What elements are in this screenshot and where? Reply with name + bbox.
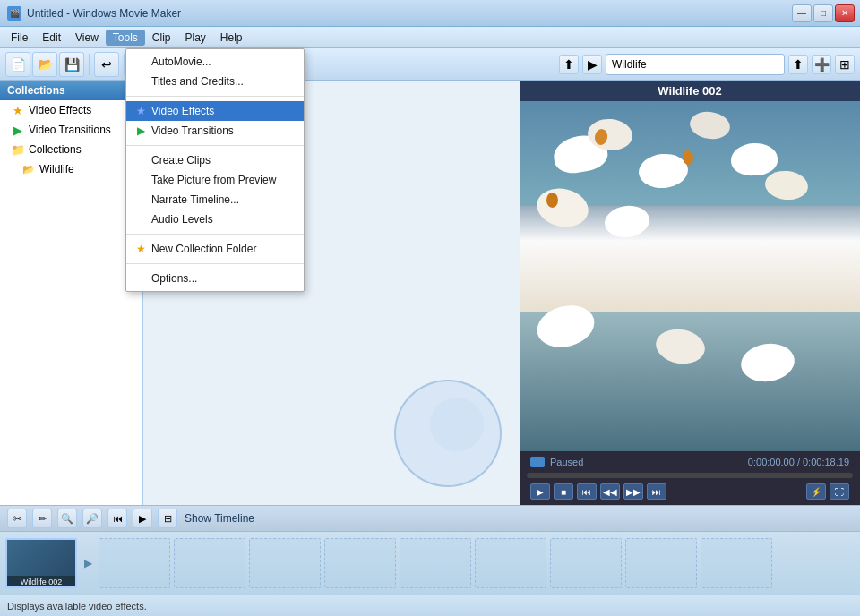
menu-section-2: ★ Video Effects ▶ Video Transitions xyxy=(126,98,304,143)
menu-tools[interactable]: Tools xyxy=(106,30,145,46)
new-collection-icon: ★ xyxy=(133,242,148,256)
menu-clip[interactable]: Clip xyxy=(145,30,178,46)
sidebar-item-label: Video Transitions xyxy=(29,124,111,136)
toolbar-separator-2 xyxy=(124,54,125,75)
status-text: Displays available video effects. xyxy=(7,601,147,612)
bird-scene xyxy=(520,101,860,451)
sidebar-item-collections[interactable]: 📁 Collections xyxy=(0,140,142,159)
menu-help[interactable]: Help xyxy=(213,30,250,46)
menu-options[interactable]: Options... xyxy=(126,269,304,288)
timeline-play-button[interactable]: ▶ xyxy=(133,509,152,528)
timeline-prev-button[interactable]: ⏮ xyxy=(108,509,127,528)
menu-file[interactable]: File xyxy=(4,30,35,46)
empty-clip-slot-3 xyxy=(249,538,321,588)
timeline-clip[interactable]: Wildlife 002 xyxy=(5,538,77,588)
timeline-tool-3[interactable]: 🔍 xyxy=(57,509,77,528)
sidebar-item-wildlife[interactable]: 📂 Wildlife xyxy=(0,159,142,179)
menu-play[interactable]: Play xyxy=(178,30,213,46)
sidebar-item-video-transitions[interactable]: ▶ Video Transitions xyxy=(0,120,142,140)
toolbar-separator xyxy=(89,54,90,75)
menu-new-collection[interactable]: ★ New Collection Folder xyxy=(126,239,304,259)
menu-section-1: AutoMovie... Titles and Credits... xyxy=(126,49,304,94)
collection-view-button[interactable]: ⊞ xyxy=(835,55,855,74)
folder-icon: 📁 xyxy=(11,142,25,157)
timeline: Wildlife 002 ▶ xyxy=(0,532,860,595)
timeline-tool-4[interactable]: 🔎 xyxy=(82,509,102,528)
fullscreen-button[interactable]: ⛶ xyxy=(830,483,849,500)
timeline-toggle-button[interactable]: ⊞ xyxy=(158,509,177,528)
sidebar-item-label: Collections xyxy=(29,143,82,156)
preview-panel: Wildlife 002 xyxy=(520,81,860,505)
menu-view[interactable]: View xyxy=(68,30,106,46)
transition-icon: ▶ xyxy=(11,123,25,137)
maximize-button[interactable]: □ xyxy=(813,4,833,22)
save-button[interactable]: 💾 xyxy=(59,52,84,77)
menu-take-picture[interactable]: Take Picture from Preview xyxy=(126,170,304,190)
bird-7 xyxy=(603,203,651,241)
show-timeline-label[interactable]: Show Timeline xyxy=(185,512,254,525)
menu-create-clips[interactable]: Create Clips xyxy=(126,150,304,170)
timeline-tool-2[interactable]: ✏ xyxy=(32,509,52,528)
menu-section-4: ★ New Collection Folder xyxy=(126,236,304,261)
empty-clip-slot-2 xyxy=(174,538,245,588)
menu-bar: File Edit View Tools Clip Play Help xyxy=(0,27,860,48)
collection-add-button[interactable]: ➕ xyxy=(812,55,831,74)
collection-back-button[interactable]: ⬆ xyxy=(559,55,579,74)
menu-audio-levels[interactable]: Audio Levels xyxy=(126,210,304,229)
menu-titles-credits[interactable]: Titles and Credits... xyxy=(126,72,304,91)
split-button[interactable]: ⚡ xyxy=(806,483,826,500)
tools-dropdown-menu: AutoMovie... Titles and Credits... ★ Vid… xyxy=(125,48,305,292)
playback-buttons: ▶ ■ ⏮ ◀◀ ▶▶ ⏭ ⚡ ⛶ xyxy=(527,482,853,501)
decorative-bubble-inner xyxy=(430,398,484,451)
menu-narrate-timeline[interactable]: Narrate Timeline... xyxy=(126,190,304,210)
collection-name: Wildlife xyxy=(612,58,647,71)
sidebar-item-video-effects[interactable]: ★ Video Effects xyxy=(0,100,142,120)
menu-video-transitions[interactable]: ▶ Video Transitions xyxy=(126,121,304,141)
title-bar: 🎬 Untitled - Windows Movie Maker — □ ✕ xyxy=(0,0,860,27)
empty-clip-slot-9 xyxy=(701,538,772,588)
sidebar: Collections ★ Video Effects ▶ Video Tran… xyxy=(0,81,143,505)
app-title: Untitled - Windows Movie Maker xyxy=(27,7,181,20)
empty-clip-slot-1 xyxy=(99,538,170,588)
collection-up-button[interactable]: ⬆ xyxy=(788,55,808,74)
status-left: Paused xyxy=(530,457,583,467)
open-button[interactable]: 📂 xyxy=(32,52,57,77)
collection-selector[interactable]: Wildlife xyxy=(606,54,785,75)
play-button[interactable]: ▶ xyxy=(530,483,550,500)
timeline-clip-thumbnail xyxy=(7,540,75,576)
preview-title: Wildlife 002 xyxy=(520,81,860,101)
fast-forward-button[interactable]: ▶▶ xyxy=(624,483,643,500)
minimize-button[interactable]: — xyxy=(792,4,812,22)
menu-video-effects[interactable]: ★ Video Effects xyxy=(126,101,304,121)
menu-section-3: Create Clips Take Picture from Preview N… xyxy=(126,148,304,232)
app-icon: 🎬 xyxy=(7,6,22,21)
preview-status: Paused 0:00:00.00 / 0:00:18.19 xyxy=(527,455,853,469)
close-button[interactable]: ✕ xyxy=(835,4,855,22)
preview-controls: Paused 0:00:00.00 / 0:00:18.19 ▶ ■ ⏮ ◀◀ … xyxy=(520,451,860,505)
sidebar-header: Collections xyxy=(0,81,142,100)
sidebar-item-label: Video Effects xyxy=(29,104,91,116)
video-status-icon xyxy=(530,457,545,467)
playback-left: ▶ ■ ⏮ ◀◀ ▶▶ ⏭ xyxy=(530,483,666,500)
stop-button[interactable]: ■ xyxy=(554,483,573,500)
collection-dropdown: ⬆ ▶ Wildlife ⬆ ➕ ⊞ xyxy=(559,54,855,75)
menu-automovie[interactable]: AutoMovie... xyxy=(126,52,304,72)
new-button[interactable]: 📄 xyxy=(5,52,30,77)
menu-edit[interactable]: Edit xyxy=(35,30,68,46)
collection-next-button[interactable]: ▶ xyxy=(582,55,602,74)
window-controls: — □ ✕ xyxy=(792,4,855,22)
empty-clip-slot-8 xyxy=(625,538,697,588)
prev-frame-button[interactable]: ⏮ xyxy=(577,483,597,500)
next-frame-button[interactable]: ⏭ xyxy=(647,483,666,500)
empty-clip-slot-7 xyxy=(550,538,622,588)
empty-clip-slot-6 xyxy=(475,538,546,588)
rewind-button[interactable]: ◀◀ xyxy=(600,483,620,500)
seek-bar[interactable] xyxy=(527,473,853,478)
timeline-tool-1[interactable]: ✂ xyxy=(7,509,27,528)
undo-button[interactable]: ↩ xyxy=(94,52,119,77)
playback-right: ⚡ ⛶ xyxy=(806,483,849,500)
preview-video xyxy=(520,101,860,451)
menu-sep-4 xyxy=(126,263,304,264)
menu-sep-2 xyxy=(126,145,304,146)
timeline-header: ✂ ✏ 🔍 🔎 ⏮ ▶ ⊞ Show Timeline xyxy=(0,505,860,532)
